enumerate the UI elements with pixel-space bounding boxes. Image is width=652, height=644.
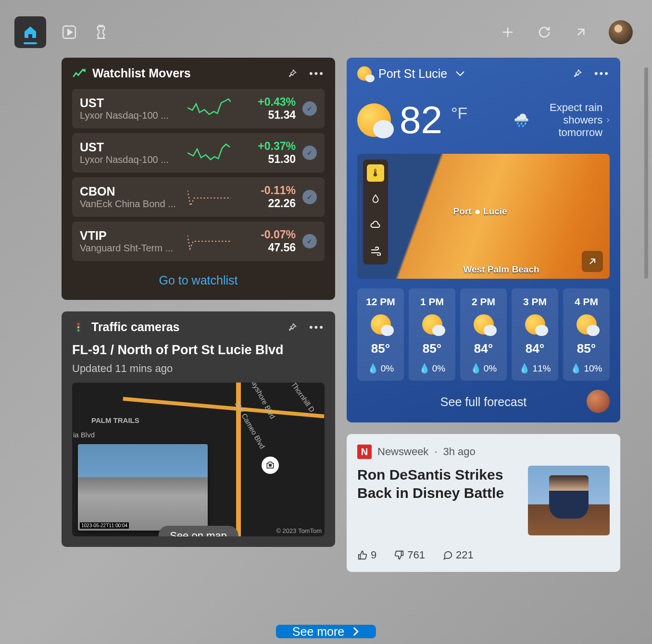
- weather-widget: Port St Lucie ••• 82 °F 🌧️ Expect rain s…: [347, 58, 620, 422]
- pin-icon[interactable]: [287, 322, 298, 333]
- svg-point-5: [268, 463, 272, 467]
- forecast-message[interactable]: 🌧️ Expect rain showers tomorrow: [514, 101, 610, 139]
- home-button[interactable]: [14, 16, 46, 48]
- traffic-title: Traffic cameras: [91, 320, 179, 334]
- see-full-forecast-link[interactable]: See full forecast: [357, 381, 610, 409]
- top-toolbar: [0, 0, 652, 58]
- more-icon[interactable]: •••: [594, 67, 610, 80]
- go-to-watchlist-link[interactable]: Go to watchlist: [72, 266, 325, 289]
- sparkline: [188, 98, 231, 119]
- like-button[interactable]: 9: [357, 549, 376, 561]
- watchlist-title: Watchlist Movers: [92, 66, 191, 80]
- news-source: N Newsweek · 3h ago: [357, 445, 610, 459]
- check-icon[interactable]: ✓: [302, 234, 317, 248]
- camera-thumbnail[interactable]: 1023-05-22T11:00:04: [78, 444, 208, 531]
- svg-point-2: [77, 323, 79, 325]
- precipitation-layer-button[interactable]: [367, 190, 384, 208]
- comments-button[interactable]: 221: [442, 549, 474, 561]
- current-temp: 82: [400, 98, 442, 142]
- stock-row[interactable]: UST Lyxor Nasdaq-100 ... +0.43% 51.34 ✓: [72, 89, 325, 128]
- news-headline: Ron DeSantis Strikes Back in Disney Batt…: [357, 466, 518, 535]
- drop-icon: 💧: [367, 363, 379, 374]
- check-icon[interactable]: ✓: [302, 190, 317, 204]
- pin-icon[interactable]: [287, 68, 298, 79]
- hour-card[interactable]: 3 PM 84° 💧11%: [512, 288, 558, 381]
- camera-pin-icon[interactable]: [262, 457, 279, 474]
- svg-point-3: [77, 326, 79, 328]
- map-copyright: © 2023 TomTom: [276, 527, 322, 534]
- stock-row[interactable]: VTIP Vanguard Sht-Term ... -0.07% 47.56 …: [72, 222, 325, 261]
- add-widget-button[interactable]: [499, 24, 516, 41]
- hour-card[interactable]: 12 PM 85° 💧0%: [357, 288, 404, 381]
- stock-row[interactable]: CBON VanEck China Bond ... -0.11% 22.26 …: [72, 177, 325, 217]
- pin-icon[interactable]: [572, 68, 583, 79]
- expand-button[interactable]: [572, 24, 589, 41]
- camera-name: FL-91 / North of Port St Lucie Blvd: [72, 343, 325, 358]
- hour-card[interactable]: 1 PM 85° 💧0%: [409, 288, 455, 381]
- more-icon[interactable]: •••: [309, 321, 325, 334]
- stock-ticker: UST: [80, 96, 181, 110]
- check-icon[interactable]: ✓: [302, 101, 317, 116]
- cloud-layer-button[interactable]: [367, 216, 384, 234]
- check-icon[interactable]: ✓: [302, 146, 317, 160]
- news-card[interactable]: N Newsweek · 3h ago Ron DeSantis Strikes…: [347, 434, 620, 572]
- expand-map-button[interactable]: [582, 251, 603, 272]
- stock-name: Lyxor Nasdaq-100 ...: [80, 110, 181, 121]
- watchlist-widget: Watchlist Movers ••• UST Lyxor Nasdaq-10…: [62, 58, 335, 300]
- games-icon[interactable]: [92, 24, 110, 41]
- user-avatar[interactable]: [609, 20, 633, 44]
- temp-unit: °F: [451, 104, 467, 123]
- news-thumbnail: [528, 466, 610, 535]
- wind-layer-button[interactable]: [367, 242, 384, 260]
- chevron-right-icon: [606, 115, 610, 125]
- hour-card[interactable]: 4 PM 85° 💧10%: [563, 288, 610, 381]
- rain-icon: 🌧️: [514, 113, 529, 128]
- chevron-down-icon: [455, 70, 465, 77]
- weather-location[interactable]: Port St Lucie: [378, 67, 465, 81]
- trend-icon: [72, 69, 86, 78]
- see-on-map-button[interactable]: See on map: [158, 526, 238, 536]
- svg-point-4: [77, 329, 79, 331]
- traffic-light-icon: [72, 321, 85, 334]
- hourly-forecast: 12 PM 85° 💧0% 1 PM 85° 💧0% 2 PM 84° 💧0%: [357, 288, 610, 381]
- weather-icon: [357, 103, 391, 137]
- stock-change: +0.43%: [238, 96, 296, 109]
- chevron-right-icon: [352, 626, 360, 637]
- stock-row[interactable]: UST Lyxor Nasdaq-100 ... +0.37% 51.30 ✓: [72, 133, 325, 173]
- planet-badge[interactable]: [587, 390, 610, 413]
- refresh-button[interactable]: [536, 24, 553, 41]
- play-button[interactable]: [61, 24, 78, 41]
- traffic-widget: Traffic cameras ••• FL-91 / North of Por…: [62, 311, 335, 547]
- traffic-map[interactable]: PALM TRAILS ia Blvd NW Bayshore Blvd SW …: [72, 383, 325, 536]
- stock-price: 51.34: [238, 109, 296, 122]
- scrollbar[interactable]: [644, 67, 648, 279]
- weather-icon: [371, 314, 391, 334]
- weather-icon: [357, 66, 372, 81]
- dislike-button[interactable]: 761: [394, 549, 425, 561]
- see-more-button[interactable]: See more: [276, 625, 376, 638]
- hour-card[interactable]: 2 PM 84° 💧0%: [460, 288, 507, 381]
- updated-time: Updated 11 mins ago: [72, 362, 325, 375]
- newsweek-badge: N: [357, 445, 372, 459]
- weather-map[interactable]: 🌡 Port Lucie West Palm Beach: [357, 154, 610, 279]
- map-layer-toolbar: 🌡: [363, 160, 388, 264]
- temperature-layer-button[interactable]: 🌡: [367, 164, 384, 182]
- more-icon[interactable]: •••: [309, 67, 325, 80]
